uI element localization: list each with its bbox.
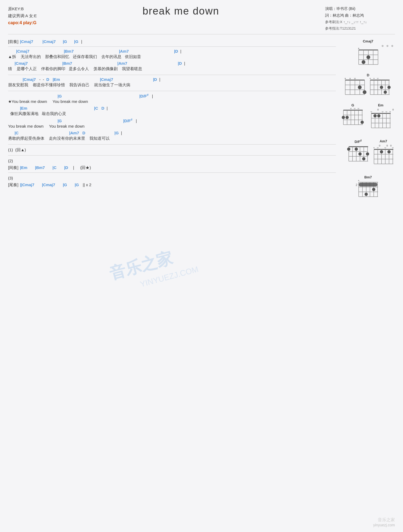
chorus-chord-row2: |Em |C D | [8,106,336,110]
svg-text:x: x [369,78,371,80]
cc2-1: |Em [20,106,27,110]
interlude-label: [间奏] [8,165,18,170]
svg-text:o: o [377,78,379,80]
svg-text:o: o [350,108,352,110]
svg-text:o: o [392,147,394,149]
section1-divider [8,46,336,47]
svg-point-103 [380,150,383,153]
chord-name-cmaj7: Cmaj7 [341,39,395,43]
chord-diagram-g: G o o o [341,103,364,133]
svg-point-87 [366,152,369,156]
header-divider [8,34,395,34]
svg-point-117 [365,193,368,196]
intro-spacer2 [57,39,59,44]
page: 音乐之家 YINYUEZJ.COM 原KEY:B 建议男调:A 女:E capo… [0,0,403,532]
key-info: 原KEY:B 建议男调:A 女:E capo:4 play:G [8,5,37,26]
song-title: break me down [37,5,325,17]
repeat3-divider [8,172,336,173]
footer-site-name: 音乐之家 [373,517,395,523]
svg-point-118 [372,188,375,191]
bm7-grid: 2 [355,180,381,202]
int-c4: |D [64,165,68,170]
key-info-line: 原KEY:B [8,5,37,12]
header-center: break me down [37,5,325,17]
outro-row: [尾奏] ||Cmaj7 |Cmaj7 |G |G || x 2 [8,182,336,188]
header-right: 演唱：毕书尽 (Bii) 詞：林志鸿 曲：林志鸿 参考刷法:X ↑_↑↓ _↓↑… [325,5,395,31]
svg-point-85 [355,148,358,151]
cc3-2: |D/F# [123,118,132,123]
svg-text:x: x [345,78,346,80]
chorus-section: |G |D/F# | ★You break me down You break … [8,93,336,142]
svg-text:x: x [373,147,375,149]
chord-diagram-am7: Am7 o o o [372,139,395,169]
svg-text:o: o [358,108,359,110]
out-c1: ||Cmaj7 [20,182,34,187]
cmaj7-grid: x [356,48,380,68]
chord-name-em: Em [366,103,395,107]
chorus-lyrics3: You break me down You break me down [8,123,336,130]
chord-diagrams: Cmaj7 o o o [341,37,395,207]
strum-ref: 参考刷法:X ↑_↑↓ _↓↑↑ ↑_↑↓ [325,19,395,25]
suggest-key-line: 建议男调:A 女:E [8,12,37,19]
chord-pair-df-am7: D/F# [341,139,395,172]
int-repeat: (回★) [80,165,91,170]
svg-text:o: o [384,147,386,149]
v1-lyrics2: 猜 是哪个人正 伴着你的脚印 是多么令人 羡慕的偶像剧 我望着嗟息 [8,66,336,72]
svg-text:x: x [358,48,359,50]
svg-text:o: o [377,147,379,149]
chord-name-d: D [341,73,395,77]
g-grid: o o o [341,108,364,130]
v1c2-3: |Am7 [117,61,127,66]
v1c1-3: |Am7 [119,49,129,53]
sheet-music: [前奏] |Cmaj7 |Cmaj7 |G |G | |Cmaj7 |B [8,37,336,207]
singer: 演唱：毕书尽 (Bii) [325,5,395,12]
outro-label: [尾奏] [8,182,18,188]
intro-chord1: |Cmaj7 [20,39,33,44]
chord-name-am7: Am7 [372,139,395,143]
chorus-lyrics2: 像狂风撒落满地 敲击我的心灵 [8,110,336,117]
am7-grid: x o o o [372,147,395,168]
svg-text:x: x [358,180,359,182]
int-c1: |Em [20,165,27,170]
v2c1: |Cmaj7 [23,77,36,82]
cc2-3: D [102,106,105,110]
header: 原KEY:B 建议男调:A 女:E capo:4 play:G break me… [8,5,395,31]
svg-point-56 [346,116,349,119]
v1c2-2: |Bm7 [62,61,72,66]
intro-spacer3 [69,39,71,44]
intro-label: [前奏] [8,39,18,44]
out-c4: |G [75,182,79,187]
cc4-3: D [82,131,85,135]
svg-point-72 [373,114,377,117]
intro-chord4: |G [74,39,78,44]
v2c2: |Em [53,77,60,82]
svg-text:2: 2 [355,183,357,186]
lyrics-by: 詞：林志鸿 曲：林志鸿 [325,12,395,19]
v1c1-2: |Bm7 [64,49,74,53]
cc4-1: |C [15,131,19,135]
svg-text:o: o [382,111,383,113]
v2-chord-row: |Cmaj7 - - D |Em |Cmaj7 |D | [8,77,336,82]
watermark-url: YINYUEZJ.COM [139,264,200,289]
v1-chord-row2: |Cmaj7 |Bm7 |Am7 |D | [8,61,336,66]
svg-point-86 [358,152,362,156]
v1c2-1: |Cmaj7 [15,61,28,66]
capo-line: capo:4 play:G [8,19,37,26]
intro-chord2: |Cmaj7 [42,39,56,44]
chorus-chord-row4: |C |Am7 D |G | [8,131,336,135]
svg-point-84 [347,148,350,151]
intro-section: [前奏] |Cmaj7 |Cmaj7 |G |G | [8,39,336,44]
chorus-lyrics1: ★You break me down You break me down [8,98,336,105]
svg-rect-116 [359,183,377,186]
em-grid: o o o o [369,111,392,132]
cc1-1: |G [57,94,62,98]
intro-end: | [80,39,82,44]
repeat2: (2) [8,158,336,164]
finger-ref: 参考指法:T1213121 [325,25,395,31]
repeat3: (3) [8,175,336,181]
out-c2: |Cmaj7 [42,182,55,187]
svg-point-24 [358,85,362,89]
chord-diagram-df: D/F# [347,139,370,169]
int-c3: |C [52,165,56,170]
chord-pair-g-em: G o o o [341,103,395,136]
